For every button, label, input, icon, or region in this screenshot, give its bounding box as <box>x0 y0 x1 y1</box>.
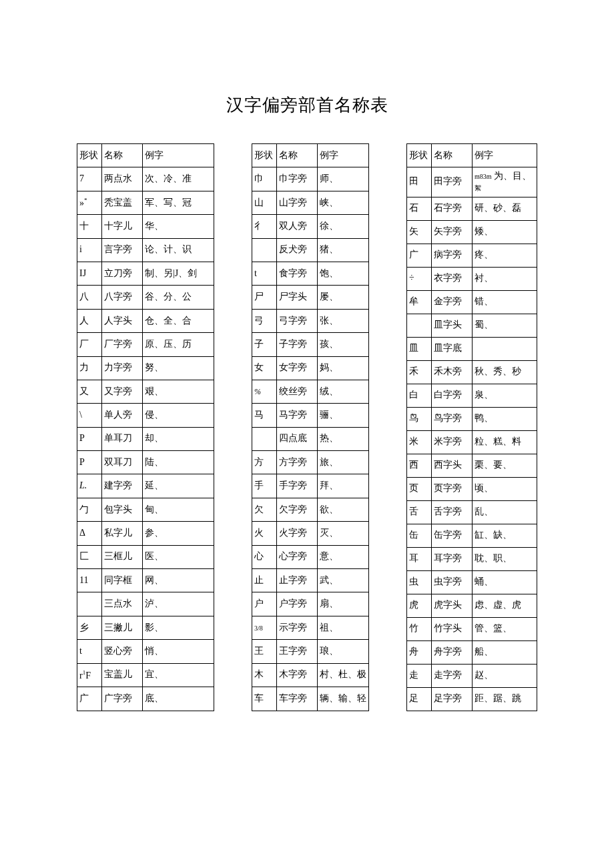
header-example: 例字 <box>473 144 537 167</box>
cell-example: 宜、 <box>143 663 214 687</box>
cell-example: 次、冷、准 <box>143 167 214 191</box>
cell-shape: 女 <box>252 356 277 380</box>
radicals-table-3: 形状 名称 例字 田田字旁m83m 为、目、絮石石字旁研、砂、磊矢矢字旁矮、广病… <box>406 143 537 711</box>
cell-name: 米字旁 <box>432 430 473 454</box>
cell-shape: 米 <box>407 430 432 454</box>
cell-example: 辆、输、轻 <box>318 687 369 711</box>
cell-example: 饱、 <box>318 262 369 285</box>
cell-shape: 田 <box>407 167 432 197</box>
cell-shape: 车 <box>252 687 277 711</box>
cell-shape <box>252 427 277 450</box>
cell-name: 欠字旁 <box>277 498 318 521</box>
cell-name: 皿字头 <box>432 314 473 337</box>
table-row: t食字旁饱、 <box>252 262 369 285</box>
cell-shape: 3/8 <box>252 616 277 639</box>
cell-shape: 止 <box>252 569 277 592</box>
cell-name: 车字旁 <box>277 687 318 711</box>
cell-shape <box>77 592 102 616</box>
cell-shape: 乡 <box>77 616 102 639</box>
cell-example: 船、 <box>473 640 537 664</box>
cell-example: 栗、要、 <box>473 454 537 477</box>
table-row: 匚三框儿医、 <box>77 545 214 568</box>
cell-shape: P <box>77 427 102 450</box>
cell-example: 粒、糕、料 <box>473 430 537 454</box>
table-row: 方方字旁旅、 <box>252 451 369 474</box>
cell-example: 骊、 <box>318 404 369 427</box>
cell-name: 白字旁 <box>432 384 473 407</box>
cell-example: 错、 <box>473 290 537 314</box>
cell-shape: 十 <box>77 215 102 238</box>
cell-example: 蜀、 <box>473 314 537 337</box>
cell-example <box>473 337 537 360</box>
table-row: 皿字头蜀、 <box>407 314 537 337</box>
cell-name: 宝盖儿 <box>102 663 143 687</box>
cell-example: 意、 <box>318 545 369 568</box>
cell-name: 四点底 <box>277 427 318 450</box>
header-shape: 形状 <box>252 144 277 167</box>
cell-shape: i <box>77 238 102 262</box>
table-row: %绞丝旁绒、 <box>252 380 369 403</box>
table-row: 皿皿字底 <box>407 337 537 360</box>
cell-name: 弓字旁 <box>277 309 318 332</box>
table-row: \单人旁侵、 <box>77 404 214 427</box>
cell-example: 网、 <box>143 569 214 592</box>
table-row: 止止字旁武、 <box>252 569 369 592</box>
cell-name: 金字旁 <box>432 290 473 314</box>
cell-shape: t <box>77 640 102 663</box>
cell-name: 病字旁 <box>432 244 473 267</box>
cell-name: 巾字旁 <box>277 167 318 191</box>
cell-shape: 心 <box>252 545 277 568</box>
cell-shape: 虎 <box>407 594 432 617</box>
table-row: L.建字旁延、 <box>77 474 214 498</box>
cell-name: 单人旁 <box>102 404 143 427</box>
table-row: 缶缶字旁缸、缺、 <box>407 524 537 547</box>
cell-name: 耳字旁 <box>432 547 473 570</box>
cell-example: 武、 <box>318 569 369 592</box>
table-row: 乡三撇儿影、 <box>77 616 214 639</box>
table-row: 户户字旁扇、 <box>252 592 369 616</box>
cell-example: 军、写、冠 <box>143 191 214 214</box>
cell-example: 谷、分、公 <box>143 286 214 309</box>
cell-example: 论、计、识 <box>143 238 214 262</box>
cell-name: 虎字头 <box>432 594 473 617</box>
header-shape: 形状 <box>77 144 102 167</box>
cell-example: 孩、 <box>318 333 369 356</box>
cell-name: 言字旁 <box>102 238 143 262</box>
cell-shape: 白 <box>407 384 432 407</box>
table-row: P双耳刀陆、 <box>77 451 214 474</box>
cell-example: 祖、 <box>318 616 369 639</box>
cell-example: 影、 <box>143 616 214 639</box>
cell-shape: 走 <box>407 664 432 687</box>
cell-name: 石字旁 <box>432 197 473 220</box>
cell-example: 师、 <box>318 167 369 191</box>
cell-name: 绞丝旁 <box>277 380 318 403</box>
cell-shape <box>407 314 432 337</box>
cell-example: 管、篮、 <box>473 617 537 640</box>
table-row: 广广字旁底、 <box>77 687 214 711</box>
cell-example: 仓、全、合 <box>143 309 214 332</box>
cell-name: 双人旁 <box>277 215 318 238</box>
cell-example: 扇、 <box>318 592 369 616</box>
table-row: 竹竹字头管、篮、 <box>407 617 537 640</box>
radicals-table-1: 形状 名称 例字 7两点水次、冷、准»*秃宝盖军、写、冠十十字儿华、i言字旁论、… <box>77 143 214 711</box>
cell-name: 竹字头 <box>432 617 473 640</box>
table-row: Δ私字儿参、 <box>77 522 214 545</box>
cell-shape: 匚 <box>77 545 102 568</box>
cell-shape: 巾 <box>252 167 277 191</box>
cell-shape: Δ <box>77 522 102 545</box>
cell-shape: 人 <box>77 309 102 332</box>
header-example: 例字 <box>318 144 369 167</box>
cell-shape: 石 <box>407 197 432 220</box>
cell-example: 乱、 <box>473 500 537 524</box>
cell-name: 舌字旁 <box>432 500 473 524</box>
table-row: 白白字旁泉、 <box>407 384 537 407</box>
table-row: 三点水泸、 <box>77 592 214 616</box>
cell-example: 疼、 <box>473 244 537 267</box>
cell-shape: 广 <box>77 687 102 711</box>
cell-name: 虫字旁 <box>432 570 473 594</box>
cell-name: 建字旁 <box>102 474 143 498</box>
table-row: t竖心旁悄、 <box>77 640 214 663</box>
cell-name: 山字旁 <box>277 191 318 214</box>
cell-name: 三框儿 <box>102 545 143 568</box>
cell-shape: 八 <box>77 286 102 309</box>
